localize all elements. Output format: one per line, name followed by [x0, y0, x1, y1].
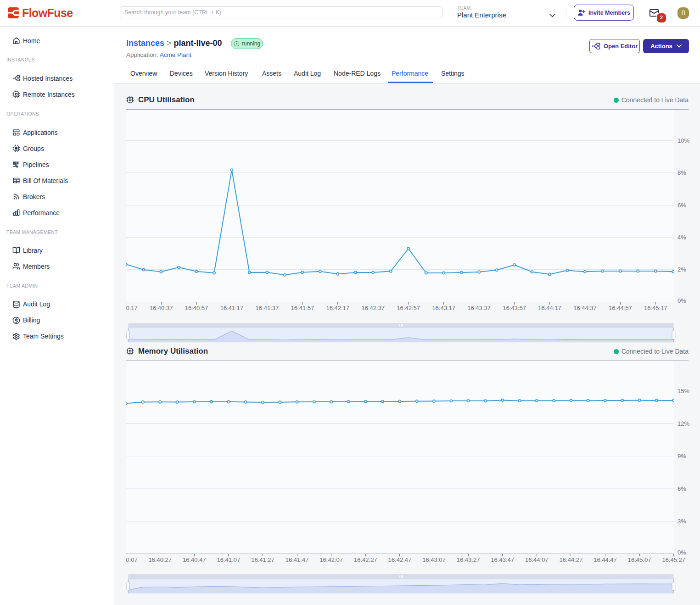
svg-text:16:41:57: 16:41:57: [291, 305, 314, 311]
svg-text:16:40:57: 16:40:57: [185, 305, 208, 311]
svg-text:16:42:07: 16:42:07: [319, 556, 343, 563]
svg-text:16:45:17: 16:45:17: [644, 305, 667, 311]
svg-text:3%: 3%: [678, 518, 686, 525]
svg-text:0%: 0%: [678, 297, 686, 304]
svg-text:6%: 6%: [678, 485, 686, 492]
svg-text:16:41:07: 16:41:07: [217, 556, 241, 563]
svg-text:16:42:47: 16:42:47: [388, 556, 412, 563]
svg-text:16:43:27: 16:43:27: [457, 556, 480, 563]
svg-text:16:45:07: 16:45:07: [628, 556, 651, 563]
svg-text:16:42:37: 16:42:37: [361, 305, 385, 311]
svg-text:16:45:27: 16:45:27: [662, 556, 685, 563]
svg-text:16:44:47: 16:44:47: [594, 556, 617, 563]
svg-text:2%: 2%: [678, 266, 686, 273]
svg-text:16:44:07: 16:44:07: [525, 556, 549, 563]
svg-text:16:42:27: 16:42:27: [354, 556, 377, 563]
svg-text:16:43:47: 16:43:47: [491, 556, 514, 563]
svg-text:16:40:47: 16:40:47: [183, 556, 206, 563]
svg-text:0:07: 0:07: [126, 556, 138, 563]
svg-text:6%: 6%: [678, 202, 686, 209]
svg-text:16:40:27: 16:40:27: [148, 556, 172, 563]
svg-text:16:40:37: 16:40:37: [150, 305, 173, 311]
svg-text:4%: 4%: [678, 234, 686, 241]
svg-text:8%: 8%: [678, 169, 686, 176]
svg-text:16:44:57: 16:44:57: [609, 305, 632, 311]
svg-text:16:43:37: 16:43:37: [467, 305, 491, 311]
svg-text:16:43:07: 16:43:07: [422, 556, 446, 563]
svg-text:16:41:27: 16:41:27: [251, 556, 274, 563]
svg-text:16:42:57: 16:42:57: [397, 305, 420, 311]
svg-text:9%: 9%: [678, 453, 686, 460]
svg-text:15%: 15%: [678, 388, 689, 394]
svg-text:16:41:17: 16:41:17: [220, 305, 244, 311]
svg-text:16:44:27: 16:44:27: [560, 556, 583, 563]
svg-text:16:43:17: 16:43:17: [432, 305, 455, 311]
svg-text:16:43:57: 16:43:57: [503, 305, 526, 311]
svg-text:16:44:17: 16:44:17: [538, 305, 561, 311]
svg-text:12%: 12%: [678, 420, 689, 427]
svg-text:10%: 10%: [678, 137, 689, 144]
svg-text:0%: 0%: [678, 549, 686, 556]
svg-text:16:44:37: 16:44:37: [573, 305, 597, 311]
svg-text:16:42:17: 16:42:17: [326, 305, 349, 311]
svg-text:16:41:47: 16:41:47: [286, 556, 309, 563]
svg-text:16:41:37: 16:41:37: [256, 305, 279, 311]
svg-text:0:17: 0:17: [126, 305, 138, 311]
